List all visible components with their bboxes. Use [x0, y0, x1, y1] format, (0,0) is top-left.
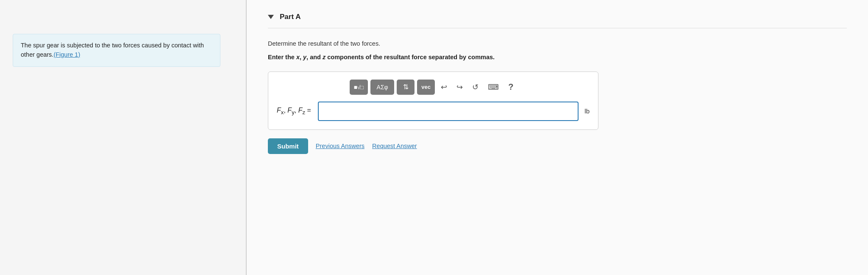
- reset-icon: ↺: [472, 82, 479, 92]
- vars-label-z: z: [323, 54, 326, 60]
- vars-label-y: y: [303, 54, 306, 60]
- previous-answers-button[interactable]: Previous Answers: [316, 143, 364, 149]
- unit-label: lb: [584, 107, 590, 115]
- vec-button[interactable]: vec: [417, 80, 435, 95]
- sqrt-button[interactable]: ■√□: [350, 80, 368, 95]
- undo-icon: ↩: [441, 82, 447, 92]
- input-label: Fx, Fy, Fz =: [277, 107, 314, 116]
- submit-button[interactable]: Submit: [268, 138, 308, 154]
- vars-label: x: [296, 54, 300, 60]
- input-row: Fx, Fy, Fz = lb: [277, 102, 590, 121]
- vec-label: vec: [421, 84, 431, 90]
- sort-button[interactable]: ⇅: [397, 80, 415, 95]
- part-title: Part A: [280, 13, 300, 21]
- keyboard-button[interactable]: ⌨: [484, 81, 502, 94]
- keyboard-icon: ⌨: [488, 82, 499, 92]
- alpha-sigma-label: ΑΣφ: [377, 84, 388, 91]
- help-icon: ?: [508, 82, 513, 92]
- bottom-actions: Submit Previous Answers Request Answer: [268, 138, 847, 154]
- redo-button[interactable]: ↪: [453, 81, 466, 94]
- redo-icon: ↪: [456, 82, 463, 92]
- alpha-sigma-button[interactable]: ΑΣφ: [370, 80, 394, 95]
- problem-text: The spur gear is subjected to the two fo…: [21, 42, 204, 58]
- instruction-bold: Enter the x, y, and z components of the …: [268, 53, 847, 62]
- chevron-down-icon[interactable]: [268, 15, 274, 19]
- sqrt-icon: ■√□: [354, 84, 364, 91]
- instruction-text: Determine the resultant of the two force…: [268, 40, 847, 47]
- figure-link[interactable]: (Figure 1): [53, 51, 80, 58]
- request-answer-button[interactable]: Request Answer: [372, 143, 417, 149]
- answer-input[interactable]: [318, 102, 579, 121]
- toolbar: ■√□ ΑΣφ ⇅ vec ↩ ↪ ↺ ⌨ ?: [277, 80, 590, 95]
- reset-button[interactable]: ↺: [469, 81, 482, 94]
- right-panel: Part A Determine the resultant of the tw…: [247, 0, 868, 275]
- undo-button[interactable]: ↩: [437, 81, 451, 94]
- help-button[interactable]: ?: [505, 80, 517, 94]
- sort-icon: ⇅: [403, 83, 409, 91]
- part-header: Part A: [268, 13, 847, 28]
- left-panel: The spur gear is subjected to the two fo…: [0, 0, 246, 275]
- problem-box: The spur gear is subjected to the two fo…: [13, 34, 220, 67]
- answer-box: ■√□ ΑΣφ ⇅ vec ↩ ↪ ↺ ⌨ ?: [268, 72, 598, 130]
